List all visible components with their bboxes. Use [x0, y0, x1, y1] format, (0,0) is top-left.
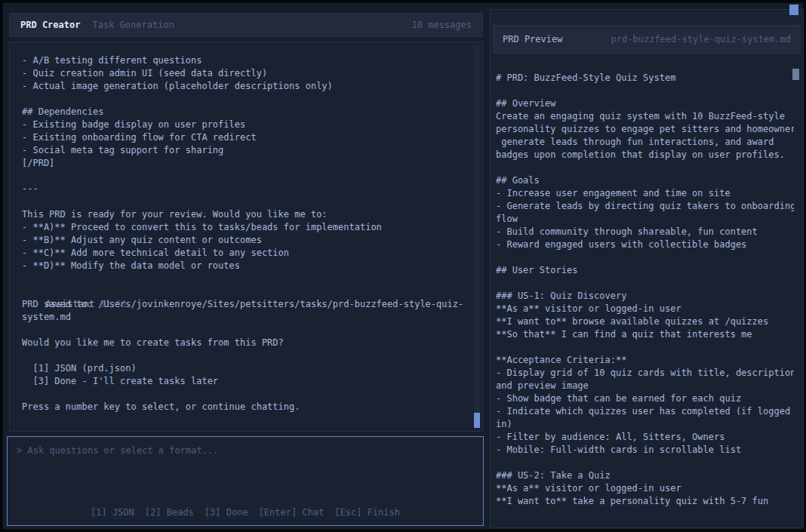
text-line: - Actual image generation (placeholder d… [11, 80, 475, 93]
text-line: personality quizzes to engage pet sitter… [496, 123, 794, 136]
text-line: badges upon completion that display on u… [496, 149, 794, 161]
text-line: - Reward engaged users with collectible … [496, 238, 794, 251]
text-line: - Indicate which quizzes user has comple… [496, 405, 794, 418]
text-line: - Existing badge display on user profile… [11, 118, 475, 131]
text-line: - **A)** Proceed to convert this to task… [11, 221, 475, 234]
text-line: Would you like me to create tasks from t… [11, 337, 475, 349]
tab-task-generation[interactable]: Task Generation [92, 20, 174, 30]
text-line: [3] Done - I'll create tasks later [11, 375, 475, 388]
text-line [496, 161, 794, 174]
text-line: Create an engaging quiz system with 10 B… [496, 110, 794, 123]
text-line: - Show badge that can be earned for each… [496, 392, 794, 405]
text-line: **As a** visitor or logged-in user [496, 482, 794, 495]
message-log[interactable]: - A/B testing different questions- Quiz … [9, 42, 483, 432]
preview-scrollbar-thumb[interactable] [792, 69, 799, 80]
preview-content[interactable]: # PRD: BuzzFeed-Style Quiz System ## Ove… [491, 66, 794, 524]
message-count-badge: 10 messages [412, 20, 472, 30]
text-line [11, 324, 475, 337]
text-line: Press a number key to select, or continu… [11, 401, 475, 414]
text-line: --- [11, 183, 475, 195]
hotkey-esc-finish[interactable]: [Esc] Finish [334, 506, 400, 519]
text-line: - Build community through shareable, fun… [496, 226, 794, 238]
text-line: - Social meta tag support for sharing [11, 144, 475, 157]
preview-header: PRD Preview prd-buzzfeed-style-quiz-syst… [493, 25, 801, 54]
text-line: **I want to** take a personality quiz wi… [496, 495, 794, 508]
text-line: system.md [11, 311, 475, 324]
prd-preview-panel: PRD Preview prd-buzzfeed-style-quiz-syst… [490, 9, 804, 528]
hotkey-bar: [1] JSON [2] Beads [3] Done [Enter] Chat… [17, 506, 474, 519]
text-line [496, 251, 794, 264]
text-line: PRD saved to: /Users/jovinkenroye/Sites/… [11, 298, 475, 311]
preview-lines: # PRD: BuzzFeed-Style Quiz System ## Ove… [496, 72, 794, 508]
text-line: # PRD: BuzzFeed-Style Quiz System [496, 72, 794, 85]
messages-scrollbar[interactable] [474, 45, 480, 428]
text-line [11, 195, 475, 208]
message-lines-post: PRD saved to: /Users/jovinkenroye/Sites/… [11, 298, 475, 414]
message-lines-pre: - A/B testing different questions- Quiz … [11, 54, 475, 285]
hotkey-beads[interactable]: [2] Beads [145, 506, 194, 519]
text-line: - Quiz creation admin UI (seed data dire… [11, 67, 475, 80]
text-line: and preview image [496, 380, 794, 392]
hotkey-done[interactable]: [3] Done [205, 506, 248, 519]
text-line: ### US-2: Take a Quiz [496, 469, 794, 482]
text-line: - Filter by audience: All, Sitters, Owne… [496, 431, 794, 444]
text-line: ## User Stories [496, 264, 794, 277]
text-line [11, 349, 475, 362]
text-line: ## Goals [496, 174, 794, 187]
text-line: This PRD is ready for your review. Would… [11, 208, 475, 221]
tab-prd-creator[interactable]: PRD Creator [20, 20, 80, 30]
text-line: **As a** visitor or logged-in user [496, 303, 794, 315]
text-line: ## Dependencies [11, 106, 475, 118]
text-line: - A/B testing different questions [11, 54, 475, 67]
assistant-message-header: Assistant11:51 [11, 285, 475, 298]
text-line: - **B)** Adjust any quiz content or outc… [11, 234, 475, 247]
text-line: **So that** I can find a quiz that inter… [496, 328, 794, 341]
text-line [496, 277, 794, 290]
text-line: ## Overview [496, 97, 794, 110]
text-line: - Increase user engagement and time on s… [496, 187, 794, 200]
window-scrollbar-thumb[interactable] [789, 5, 798, 15]
text-line: - **D)** Modify the data model or routes [11, 260, 475, 272]
hotkey-enter-chat[interactable]: [Enter] Chat [259, 506, 325, 519]
text-line: [1] JSON (prd.json) [11, 362, 475, 375]
preview-filename: prd-buzzfeed-style-quiz-system.md [611, 34, 791, 45]
hotkey-json[interactable]: [1] JSON [91, 506, 134, 519]
chat-input[interactable]: > Ask questions or select a format... [1… [7, 436, 484, 526]
text-line [496, 85, 794, 97]
text-line [11, 272, 475, 285]
text-line: - Mobile: Full-width cards in scrollable… [496, 444, 794, 457]
prd-creator-app: PRD Creator Task Generation 10 messages … [2, 2, 804, 530]
text-line: [/PRD] [11, 157, 475, 170]
text-line [11, 388, 475, 401]
text-line: in) [496, 418, 794, 431]
text-line [496, 341, 794, 354]
text-line: **I want to** browse available quizzes a… [496, 315, 794, 328]
preview-title: PRD Preview [503, 34, 562, 45]
text-line [11, 170, 475, 183]
left-header: PRD Creator Task Generation 10 messages [9, 13, 483, 37]
text-line: - Existing onboarding flow for CTA redir… [11, 131, 475, 144]
text-line: flow [496, 213, 794, 226]
text-line: - Display grid of 10 quiz cards with tit… [496, 367, 794, 380]
text-line: **Acceptance Criteria:** [496, 354, 794, 367]
text-line: ### US-1: Quiz Discovery [496, 290, 794, 303]
chat-input-placeholder: > Ask questions or select a format... [17, 444, 474, 457]
messages-scrollbar-thumb[interactable] [474, 413, 480, 428]
text-line: - Generate leads by directing quiz taker… [496, 200, 794, 213]
text-line: - **C)** Add more technical detail to an… [11, 247, 475, 260]
text-line [496, 457, 794, 469]
text-line: generate leads through fun interactions,… [496, 136, 794, 149]
text-line [11, 93, 475, 106]
